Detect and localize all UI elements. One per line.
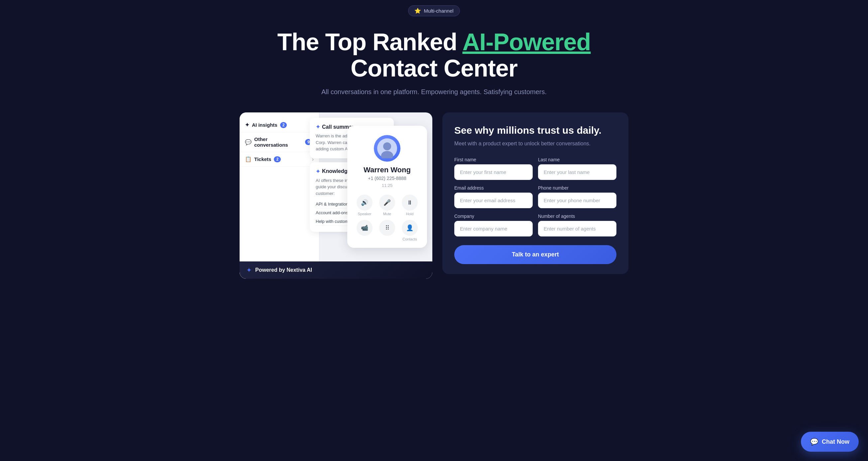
speaker-button[interactable]: 🔊 bbox=[356, 195, 373, 210]
call-summary-icon: ✦ bbox=[316, 124, 320, 130]
email-group: Email address bbox=[454, 185, 533, 208]
phone-group: Phone number bbox=[538, 185, 616, 208]
caller-phone: +1 (602) 225-8888 bbox=[354, 176, 421, 181]
ai-insights-icon: ✦ bbox=[245, 122, 249, 128]
hero-subtitle: All conversations in one platform. Empow… bbox=[7, 88, 861, 96]
email-label: Email address bbox=[454, 185, 533, 191]
company-row: Company Number of agents bbox=[454, 213, 616, 236]
caller-name: Warren Wong bbox=[354, 166, 421, 174]
hero-heading-highlight: AI-Powered bbox=[462, 29, 591, 55]
last-name-input[interactable] bbox=[538, 164, 616, 180]
hold-label: Hold bbox=[406, 212, 414, 216]
ai-insights-badge: 2 bbox=[280, 122, 287, 128]
ctrl-hold: ⏸ Hold bbox=[402, 195, 418, 216]
first-name-group: First name bbox=[454, 157, 533, 180]
svg-point-1 bbox=[383, 142, 391, 150]
hero-heading-part2: Contact Center bbox=[350, 55, 518, 82]
company-label: Company bbox=[454, 213, 533, 219]
call-card: Warren Wong +1 (602) 225-8888 11:25 🔊 Sp… bbox=[347, 126, 427, 248]
chat-now-button[interactable]: 💬 Chat Now bbox=[801, 432, 859, 452]
form-panel: See why millions trust us daily. Meet wi… bbox=[442, 112, 628, 274]
demo-bottom-bar: ✦ Powered by Nextiva AI bbox=[240, 261, 432, 279]
badge-star-icon: ⭐ bbox=[414, 8, 421, 14]
tickets-label: Tickets bbox=[254, 156, 271, 162]
contact-row: Email address Phone number bbox=[454, 185, 616, 208]
mute-button[interactable]: 🎤 bbox=[379, 195, 395, 210]
ai-insights-label: AI insights bbox=[252, 122, 277, 128]
agents-group: Number of agents bbox=[538, 213, 616, 236]
email-input[interactable] bbox=[454, 193, 533, 208]
form-title: See why millions trust us daily. bbox=[454, 124, 616, 136]
mute-label: Mute bbox=[383, 212, 391, 216]
contacts-button[interactable]: 👤 bbox=[402, 220, 418, 236]
form-subtitle: Meet with a product expert to unlock bet… bbox=[454, 140, 616, 148]
dialpad-button[interactable]: ⠿ bbox=[379, 220, 395, 236]
ctrl-speaker: 🔊 Speaker bbox=[356, 195, 373, 216]
agents-label: Number of agents bbox=[538, 213, 616, 219]
tickets-icon: 📋 bbox=[245, 156, 252, 162]
last-name-group: Last name bbox=[538, 157, 616, 180]
chat-now-label: Chat Now bbox=[822, 438, 849, 445]
powered-text: Powered by Nextiva AI bbox=[255, 267, 312, 273]
call-controls-row2: 📹 ⠿ 👤 Contacts bbox=[354, 220, 421, 241]
last-name-label: Last name bbox=[538, 157, 616, 162]
hero-heading: The Top Ranked AI-Powered Contact Center bbox=[7, 29, 861, 82]
demo-inner: ✦ AI insights 2 › 💬 Other conversations … bbox=[240, 112, 432, 279]
avatar-image bbox=[377, 138, 397, 158]
call-controls: 🔊 Speaker 🎤 Mute ⏸ Hold bbox=[354, 195, 421, 216]
multi-channel-badge: ⭐ Multi-channel bbox=[408, 5, 460, 16]
company-group: Company bbox=[454, 213, 533, 236]
phone-label: Phone number bbox=[538, 185, 616, 191]
main-content: ✦ AI insights 2 › 💬 Other conversations … bbox=[202, 103, 666, 289]
avatar bbox=[374, 135, 400, 162]
ctrl-mute: 🎤 Mute bbox=[379, 195, 395, 216]
agents-input[interactable] bbox=[538, 221, 616, 236]
hero-section: The Top Ranked AI-Powered Contact Center… bbox=[0, 19, 868, 103]
phone-input[interactable] bbox=[538, 193, 616, 208]
knowledge-base-icon: ✦ bbox=[316, 168, 320, 175]
tickets-badge: 2 bbox=[274, 156, 281, 162]
talk-to-expert-button[interactable]: Talk to an expert bbox=[454, 245, 616, 264]
demo-panel: ✦ AI insights 2 › 💬 Other conversations … bbox=[240, 112, 432, 279]
hold-button[interactable]: ⏸ bbox=[402, 195, 418, 210]
hero-heading-part1: The Top Ranked bbox=[277, 29, 462, 55]
name-row: First name Last name bbox=[454, 157, 616, 180]
other-conversations-label: Other conversations bbox=[254, 136, 302, 148]
company-input[interactable] bbox=[454, 221, 533, 236]
powered-icon: ✦ bbox=[246, 266, 252, 274]
speaker-label: Speaker bbox=[358, 212, 372, 216]
other-conversations-icon: 💬 bbox=[245, 139, 252, 145]
badge-label: Multi-channel bbox=[424, 8, 453, 13]
first-name-label: First name bbox=[454, 157, 533, 162]
call-time: 11:25 bbox=[354, 183, 421, 188]
chat-now-icon: 💬 bbox=[810, 438, 818, 446]
first-name-input[interactable] bbox=[454, 164, 533, 180]
top-badge-container: ⭐ Multi-channel bbox=[0, 0, 868, 19]
contacts-label: Contacts bbox=[402, 237, 417, 241]
video-button[interactable]: 📹 bbox=[356, 220, 373, 236]
